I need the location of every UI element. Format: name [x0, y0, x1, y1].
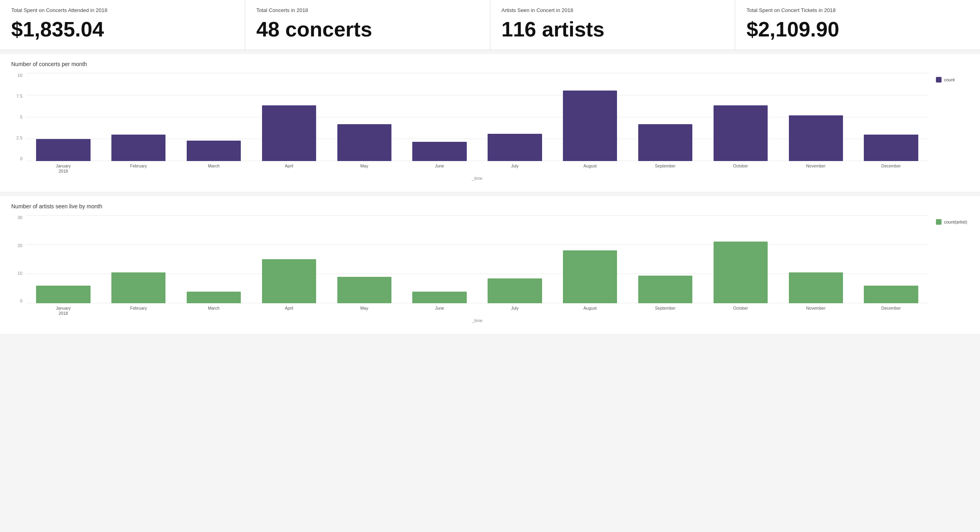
x-label: October — [703, 163, 778, 173]
bar-group — [477, 278, 553, 303]
bar — [789, 115, 843, 161]
x-label: January2018 — [26, 306, 101, 316]
x-label: June — [402, 306, 477, 316]
chart2-plot — [26, 215, 929, 303]
kpi-label-artists-seen: Artists Seen in Concert in 2018 — [502, 7, 724, 14]
chart1-title: Number of concerts per month — [11, 61, 969, 67]
chart2-with-legend: 3020100 January2018FebruaryMarchAprilMay… — [11, 215, 969, 323]
bar — [337, 124, 391, 161]
bar — [412, 142, 466, 161]
bar-group — [251, 259, 327, 303]
x-label: May — [327, 306, 402, 316]
x-label: December — [853, 306, 929, 316]
x-label: August — [553, 163, 628, 173]
chart1-legend: count — [929, 73, 969, 84]
bar — [36, 286, 90, 303]
chart2-section: Number of artists seen live by month 302… — [0, 195, 980, 335]
bar-group — [327, 124, 402, 161]
kpi-value-artists-seen: 116 artists — [502, 18, 724, 41]
bar — [488, 278, 542, 303]
bar-group — [101, 135, 176, 161]
chart2-bars — [26, 215, 929, 303]
x-label: November — [778, 163, 853, 173]
bar — [111, 272, 165, 303]
chart1-x-title: _time — [26, 176, 929, 181]
y-tick: 0 — [11, 298, 24, 303]
x-label: August — [553, 306, 628, 316]
chart1-y-axis: 107.552.50 — [11, 73, 24, 161]
chart2-legend-box — [936, 219, 942, 225]
chart2-legend-item: count(artist) — [936, 219, 969, 225]
bar-group — [628, 276, 703, 304]
kpi-value-total-spent-attended: $1,835.04 — [11, 18, 234, 41]
x-label: December — [853, 163, 929, 173]
chart1-legend-label: count — [944, 77, 955, 82]
kpi-label-total-concerts: Total Concerts in 2018 — [256, 7, 479, 14]
chart2-y-axis: 3020100 — [11, 215, 24, 303]
bar — [262, 259, 316, 303]
chart1-with-legend: 107.552.50 January2018FebruaryMarchApril… — [11, 73, 969, 181]
x-label: January2018 — [26, 163, 101, 173]
bar — [36, 139, 90, 161]
bar-group — [402, 142, 477, 161]
dashboard: Total Spent on Concerts Attended in 2018… — [0, 0, 980, 335]
bar-group — [553, 91, 628, 161]
x-label: February — [101, 163, 176, 173]
y-tick: 5 — [11, 115, 24, 119]
bar — [563, 91, 617, 161]
chart1-x-labels: January2018FebruaryMarchAprilMayJuneJuly… — [26, 163, 929, 173]
bar-group — [477, 134, 553, 161]
bar — [187, 292, 241, 303]
bar-group — [853, 286, 929, 303]
x-label: June — [402, 163, 477, 173]
bar — [488, 134, 542, 161]
bar-group — [402, 292, 477, 303]
x-label: November — [778, 306, 853, 316]
chart1-area: 107.552.50 — [11, 73, 929, 161]
chart1-legend-box — [936, 77, 942, 83]
bar-group — [101, 272, 176, 303]
x-label: September — [628, 163, 703, 173]
bar-group — [778, 115, 853, 161]
y-tick: 20 — [11, 243, 24, 248]
bar — [412, 292, 466, 303]
kpi-row: Total Spent on Concerts Attended in 2018… — [0, 0, 980, 50]
x-label: May — [327, 163, 402, 173]
bar-group — [553, 250, 628, 303]
chart1-bars — [26, 73, 929, 161]
x-label: July — [477, 163, 553, 173]
bar-group — [853, 135, 929, 161]
x-label: July — [477, 306, 553, 316]
chart1-plot — [26, 73, 929, 161]
bar-group — [778, 272, 853, 303]
bar-group — [26, 139, 101, 161]
kpi-card-total-spent-tickets: Total Spent on Concert Tickets in 2018 $… — [735, 0, 980, 50]
kpi-label-total-spent-tickets: Total Spent on Concert Tickets in 2018 — [746, 7, 969, 14]
x-label: February — [101, 306, 176, 316]
bar — [563, 250, 617, 303]
y-tick: 30 — [11, 215, 24, 220]
y-tick: 10 — [11, 73, 24, 78]
bar-group — [703, 242, 778, 303]
kpi-value-total-concerts: 48 concerts — [256, 18, 479, 41]
bar — [638, 124, 692, 161]
kpi-value-total-spent-tickets: $2,109.90 — [746, 18, 969, 41]
bar-group — [327, 277, 402, 303]
bar — [864, 135, 918, 161]
y-tick: 0 — [11, 156, 24, 161]
bar — [262, 105, 316, 161]
chart2-legend: count(artist) — [929, 215, 969, 226]
bar — [337, 277, 391, 303]
chart2-x-labels: January2018FebruaryMarchAprilMayJuneJuly… — [26, 306, 929, 316]
bar — [187, 141, 241, 161]
bar — [714, 105, 768, 161]
bar — [789, 272, 843, 303]
x-label: April — [251, 306, 327, 316]
chart2-x-title: _time — [26, 318, 929, 323]
kpi-label-total-spent-attended: Total Spent on Concerts Attended in 2018 — [11, 7, 234, 14]
kpi-card-total-concerts: Total Concerts in 2018 48 concerts — [245, 0, 490, 50]
bar-group — [628, 124, 703, 161]
y-tick: 2.5 — [11, 135, 24, 140]
bar-group — [176, 292, 252, 303]
y-tick: 10 — [11, 271, 24, 276]
